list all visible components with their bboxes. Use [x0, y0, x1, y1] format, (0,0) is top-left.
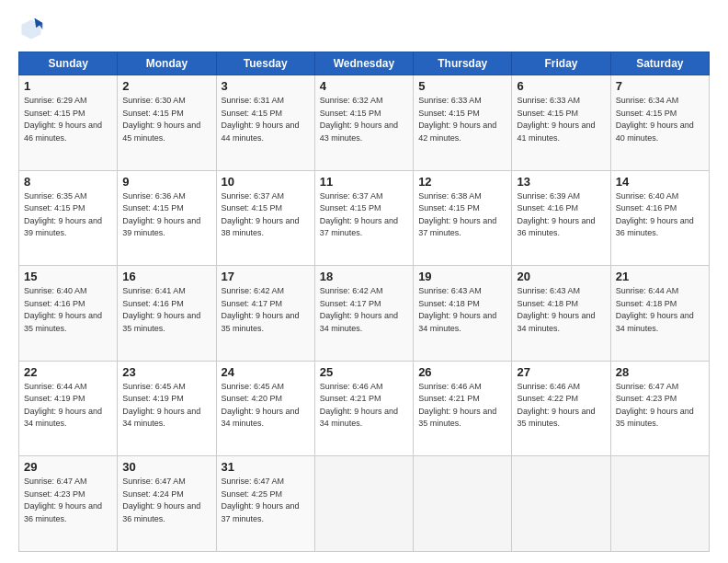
day-info: Sunrise: 6:45 AMSunset: 4:19 PMDaylight:… [122, 382, 200, 429]
calendar-cell: 6 Sunrise: 6:33 AMSunset: 4:15 PMDayligh… [512, 75, 610, 171]
day-info: Sunrise: 6:46 AMSunset: 4:22 PMDaylight:… [517, 382, 595, 429]
calendar-cell: 17 Sunrise: 6:42 AMSunset: 4:17 PMDaylig… [216, 266, 314, 362]
calendar-cell: 28 Sunrise: 6:47 AMSunset: 4:23 PMDaylig… [610, 361, 709, 456]
calendar-cell: 4 Sunrise: 6:32 AMSunset: 4:15 PMDayligh… [314, 75, 413, 171]
day-info: Sunrise: 6:47 AMSunset: 4:25 PMDaylight:… [222, 477, 300, 523]
col-header-tuesday: Tuesday [216, 52, 314, 75]
day-number: 13 [517, 175, 605, 189]
calendar-cell: 16 Sunrise: 6:41 AMSunset: 4:16 PMDaylig… [118, 266, 216, 362]
day-info: Sunrise: 6:37 AMSunset: 4:15 PMDaylight:… [222, 191, 300, 238]
day-info: Sunrise: 6:45 AMSunset: 4:20 PMDaylight:… [222, 382, 300, 429]
day-number: 31 [222, 460, 310, 474]
calendar-cell: 29 Sunrise: 6:47 AMSunset: 4:23 PMDaylig… [19, 456, 118, 552]
header [18, 17, 710, 42]
col-header-saturday: Saturday [610, 52, 709, 75]
page: SundayMondayTuesdayWednesdayThursdayFrid… [0, 0, 728, 563]
day-number: 27 [517, 365, 605, 379]
day-info: Sunrise: 6:44 AMSunset: 4:18 PMDaylight:… [616, 286, 694, 333]
calendar-table: SundayMondayTuesdayWednesdayThursdayFrid… [18, 52, 710, 552]
calendar-cell: 19 Sunrise: 6:43 AMSunset: 4:18 PMDaylig… [414, 266, 512, 362]
day-number: 7 [616, 79, 704, 93]
day-number: 16 [122, 270, 210, 283]
calendar-cell: 3 Sunrise: 6:31 AMSunset: 4:15 PMDayligh… [216, 75, 314, 171]
calendar-week-3: 15 Sunrise: 6:40 AMSunset: 4:16 PMDaylig… [19, 266, 710, 362]
col-header-thursday: Thursday [414, 52, 512, 75]
day-number: 21 [616, 270, 704, 283]
day-number: 30 [122, 460, 210, 474]
day-number: 14 [616, 175, 704, 189]
day-info: Sunrise: 6:36 AMSunset: 4:15 PMDaylight:… [122, 191, 200, 238]
calendar-cell [512, 456, 610, 552]
calendar-cell: 11 Sunrise: 6:37 AMSunset: 4:15 PMDaylig… [314, 170, 413, 266]
day-info: Sunrise: 6:35 AMSunset: 4:15 PMDaylight:… [24, 191, 102, 238]
day-info: Sunrise: 6:42 AMSunset: 4:17 PMDaylight:… [222, 286, 300, 333]
calendar-cell: 15 Sunrise: 6:40 AMSunset: 4:16 PMDaylig… [19, 266, 118, 362]
day-info: Sunrise: 6:47 AMSunset: 4:23 PMDaylight:… [616, 382, 694, 429]
calendar-cell: 9 Sunrise: 6:36 AMSunset: 4:15 PMDayligh… [118, 170, 216, 266]
calendar-cell: 14 Sunrise: 6:40 AMSunset: 4:16 PMDaylig… [610, 170, 709, 266]
calendar-cell: 1 Sunrise: 6:29 AMSunset: 4:15 PMDayligh… [19, 75, 118, 171]
calendar-cell: 7 Sunrise: 6:34 AMSunset: 4:15 PMDayligh… [610, 75, 709, 171]
day-info: Sunrise: 6:40 AMSunset: 4:16 PMDaylight:… [616, 191, 694, 238]
day-number: 17 [222, 270, 310, 283]
day-info: Sunrise: 6:46 AMSunset: 4:21 PMDaylight:… [418, 382, 496, 429]
day-number: 4 [320, 79, 408, 93]
calendar-cell: 18 Sunrise: 6:42 AMSunset: 4:17 PMDaylig… [314, 266, 413, 362]
calendar-cell: 23 Sunrise: 6:45 AMSunset: 4:19 PMDaylig… [118, 361, 216, 456]
calendar-cell: 5 Sunrise: 6:33 AMSunset: 4:15 PMDayligh… [414, 75, 512, 171]
calendar-cell: 2 Sunrise: 6:30 AMSunset: 4:15 PMDayligh… [118, 75, 216, 171]
day-number: 12 [418, 175, 506, 189]
calendar-cell [414, 456, 512, 552]
day-number: 23 [122, 365, 210, 379]
col-header-sunday: Sunday [19, 52, 118, 75]
calendar-week-5: 29 Sunrise: 6:47 AMSunset: 4:23 PMDaylig… [19, 456, 710, 552]
calendar-cell: 27 Sunrise: 6:46 AMSunset: 4:22 PMDaylig… [512, 361, 610, 456]
day-number: 6 [517, 79, 605, 93]
day-info: Sunrise: 6:47 AMSunset: 4:23 PMDaylight:… [24, 477, 102, 523]
day-number: 22 [24, 365, 112, 379]
calendar-cell: 13 Sunrise: 6:39 AMSunset: 4:16 PMDaylig… [512, 170, 610, 266]
col-header-friday: Friday [512, 52, 610, 75]
calendar-cell [314, 456, 413, 552]
calendar-week-4: 22 Sunrise: 6:44 AMSunset: 4:19 PMDaylig… [19, 361, 710, 456]
day-number: 11 [320, 175, 408, 189]
day-info: Sunrise: 6:43 AMSunset: 4:18 PMDaylight:… [418, 286, 496, 333]
day-number: 18 [320, 270, 408, 283]
calendar-cell: 30 Sunrise: 6:47 AMSunset: 4:24 PMDaylig… [118, 456, 216, 552]
day-number: 1 [24, 79, 112, 93]
calendar-cell: 22 Sunrise: 6:44 AMSunset: 4:19 PMDaylig… [19, 361, 118, 456]
day-info: Sunrise: 6:42 AMSunset: 4:17 PMDaylight:… [320, 286, 398, 333]
day-info: Sunrise: 6:44 AMSunset: 4:19 PMDaylight:… [24, 382, 102, 429]
day-info: Sunrise: 6:37 AMSunset: 4:15 PMDaylight:… [320, 191, 398, 238]
day-number: 9 [122, 175, 210, 189]
calendar-header-row: SundayMondayTuesdayWednesdayThursdayFrid… [19, 52, 710, 75]
day-info: Sunrise: 6:34 AMSunset: 4:15 PMDaylight:… [616, 96, 694, 143]
day-info: Sunrise: 6:46 AMSunset: 4:21 PMDaylight:… [320, 382, 398, 429]
col-header-wednesday: Wednesday [314, 52, 413, 75]
day-number: 19 [418, 270, 506, 283]
day-number: 29 [24, 460, 112, 474]
day-number: 15 [24, 270, 112, 283]
day-number: 20 [517, 270, 605, 283]
calendar-cell: 12 Sunrise: 6:38 AMSunset: 4:15 PMDaylig… [414, 170, 512, 266]
calendar-cell: 10 Sunrise: 6:37 AMSunset: 4:15 PMDaylig… [216, 170, 314, 266]
calendar-week-2: 8 Sunrise: 6:35 AMSunset: 4:15 PMDayligh… [19, 170, 710, 266]
day-number: 24 [222, 365, 310, 379]
day-info: Sunrise: 6:43 AMSunset: 4:18 PMDaylight:… [517, 286, 595, 333]
day-info: Sunrise: 6:30 AMSunset: 4:15 PMDaylight:… [122, 96, 200, 143]
day-info: Sunrise: 6:33 AMSunset: 4:15 PMDaylight:… [418, 96, 496, 143]
calendar-cell: 31 Sunrise: 6:47 AMSunset: 4:25 PMDaylig… [216, 456, 314, 552]
day-number: 26 [418, 365, 506, 379]
day-number: 25 [320, 365, 408, 379]
calendar-cell: 25 Sunrise: 6:46 AMSunset: 4:21 PMDaylig… [314, 361, 413, 456]
day-number: 5 [418, 79, 506, 93]
day-info: Sunrise: 6:39 AMSunset: 4:16 PMDaylight:… [517, 191, 595, 238]
day-info: Sunrise: 6:47 AMSunset: 4:24 PMDaylight:… [122, 477, 200, 523]
calendar-cell: 8 Sunrise: 6:35 AMSunset: 4:15 PMDayligh… [19, 170, 118, 266]
day-number: 28 [616, 365, 704, 379]
day-info: Sunrise: 6:29 AMSunset: 4:15 PMDaylight:… [24, 96, 102, 143]
calendar-cell: 26 Sunrise: 6:46 AMSunset: 4:21 PMDaylig… [414, 361, 512, 456]
day-number: 8 [24, 175, 112, 189]
calendar-week-1: 1 Sunrise: 6:29 AMSunset: 4:15 PMDayligh… [19, 75, 710, 171]
logo-icon [18, 17, 44, 42]
